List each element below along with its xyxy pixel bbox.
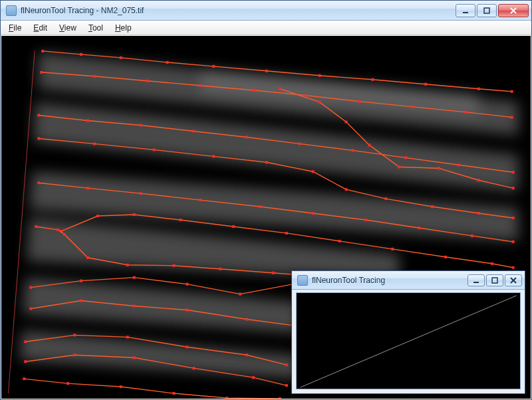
sub-close-button[interactable] bbox=[505, 274, 522, 286]
main-titlebar[interactable]: flNeuronTool Tracing - NM2_075.tif bbox=[1, 1, 531, 21]
svg-rect-5 bbox=[80, 53, 82, 56]
svg-rect-117 bbox=[173, 392, 176, 395]
svg-rect-11 bbox=[371, 78, 374, 81]
svg-rect-33 bbox=[37, 114, 40, 117]
svg-rect-9 bbox=[265, 70, 268, 72]
svg-rect-68 bbox=[232, 225, 235, 228]
svg-rect-24 bbox=[511, 116, 513, 119]
svg-rect-29 bbox=[398, 165, 400, 168]
svg-rect-56 bbox=[140, 192, 142, 195]
svg-rect-28 bbox=[368, 144, 370, 146]
svg-rect-107 bbox=[285, 363, 288, 366]
svg-rect-53 bbox=[512, 217, 515, 219]
svg-rect-19 bbox=[252, 89, 255, 92]
svg-rect-70 bbox=[338, 240, 341, 243]
maximize-button[interactable] bbox=[477, 4, 497, 17]
svg-rect-76 bbox=[57, 229, 59, 231]
svg-rect-12 bbox=[424, 83, 427, 86]
svg-rect-106 bbox=[245, 353, 248, 356]
menu-tool[interactable]: Tool bbox=[83, 22, 108, 34]
sub-minimize-button[interactable] bbox=[467, 274, 485, 286]
svg-rect-116 bbox=[120, 385, 122, 388]
svg-rect-40 bbox=[404, 156, 407, 159]
svg-rect-119 bbox=[279, 397, 281, 399]
svg-rect-1 bbox=[484, 8, 489, 13]
svg-rect-71 bbox=[391, 248, 394, 250]
svg-rect-67 bbox=[179, 219, 182, 221]
svg-rect-55 bbox=[86, 187, 89, 189]
svg-rect-89 bbox=[133, 276, 136, 279]
svg-rect-49 bbox=[345, 188, 348, 191]
svg-rect-13 bbox=[477, 88, 480, 90]
svg-rect-23 bbox=[464, 111, 467, 114]
svg-rect-73 bbox=[491, 262, 493, 265]
sub-titlebar[interactable]: flNeuronTool Tracing bbox=[292, 271, 525, 290]
svg-rect-102 bbox=[24, 340, 27, 343]
svg-rect-58 bbox=[259, 205, 261, 208]
menu-edit[interactable]: Edit bbox=[28, 22, 53, 34]
svg-rect-77 bbox=[63, 233, 66, 236]
svg-rect-111 bbox=[192, 367, 195, 369]
svg-rect-65 bbox=[96, 215, 99, 217]
svg-rect-6 bbox=[120, 56, 122, 59]
menubar: File Edit View Tool Help bbox=[1, 21, 531, 35]
menu-help[interactable]: Help bbox=[110, 22, 137, 34]
svg-rect-112 bbox=[252, 376, 255, 379]
svg-rect-113 bbox=[285, 384, 288, 387]
svg-rect-7 bbox=[166, 61, 169, 64]
profile-line bbox=[301, 296, 517, 387]
app-icon bbox=[297, 275, 308, 286]
sub-window: flNeuronTool Tracing bbox=[291, 270, 525, 394]
svg-rect-96 bbox=[80, 300, 82, 302]
close-button[interactable] bbox=[498, 4, 529, 17]
svg-rect-15 bbox=[40, 71, 43, 74]
svg-rect-47 bbox=[265, 161, 268, 163]
svg-rect-97 bbox=[133, 305, 136, 308]
svg-rect-87 bbox=[29, 286, 32, 289]
svg-rect-74 bbox=[512, 266, 515, 269]
sub-viewport[interactable] bbox=[296, 292, 521, 389]
app-icon bbox=[6, 5, 17, 16]
svg-rect-88 bbox=[80, 280, 82, 282]
svg-rect-66 bbox=[133, 213, 136, 216]
svg-rect-62 bbox=[471, 235, 473, 237]
profile-plot bbox=[297, 293, 520, 389]
svg-rect-50 bbox=[384, 197, 387, 200]
menu-view[interactable]: View bbox=[54, 22, 82, 34]
svg-rect-91 bbox=[239, 293, 241, 296]
svg-rect-110 bbox=[133, 356, 136, 359]
svg-rect-63 bbox=[512, 241, 515, 243]
sub-maximize-button[interactable] bbox=[486, 274, 503, 286]
svg-rect-4 bbox=[41, 50, 44, 52]
svg-rect-25 bbox=[279, 88, 281, 90]
svg-rect-69 bbox=[285, 232, 288, 235]
svg-rect-108 bbox=[24, 360, 27, 363]
svg-rect-21 bbox=[358, 100, 360, 103]
svg-rect-39 bbox=[352, 149, 354, 151]
svg-rect-37 bbox=[245, 136, 248, 138]
svg-rect-81 bbox=[219, 268, 221, 270]
menu-file[interactable]: File bbox=[3, 22, 27, 34]
svg-rect-22 bbox=[411, 106, 414, 108]
svg-rect-10 bbox=[319, 74, 321, 77]
svg-rect-82 bbox=[272, 272, 275, 274]
sub-title: flNeuronTool Tracing bbox=[312, 276, 466, 285]
svg-rect-30 bbox=[438, 167, 440, 169]
svg-rect-35 bbox=[140, 124, 142, 127]
svg-rect-32 bbox=[512, 187, 515, 189]
svg-rect-38 bbox=[299, 142, 301, 145]
svg-rect-52 bbox=[477, 212, 480, 215]
minimize-button[interactable] bbox=[456, 4, 475, 17]
svg-rect-20 bbox=[305, 94, 308, 97]
svg-rect-54 bbox=[37, 181, 40, 184]
svg-rect-61 bbox=[418, 227, 420, 229]
svg-rect-105 bbox=[186, 346, 188, 348]
svg-rect-79 bbox=[126, 264, 129, 266]
svg-rect-121 bbox=[492, 278, 497, 283]
window-controls bbox=[454, 4, 529, 17]
svg-rect-31 bbox=[477, 179, 480, 181]
svg-rect-34 bbox=[86, 120, 89, 122]
svg-rect-57 bbox=[199, 199, 201, 201]
svg-rect-43 bbox=[37, 137, 40, 140]
svg-rect-90 bbox=[186, 283, 188, 286]
